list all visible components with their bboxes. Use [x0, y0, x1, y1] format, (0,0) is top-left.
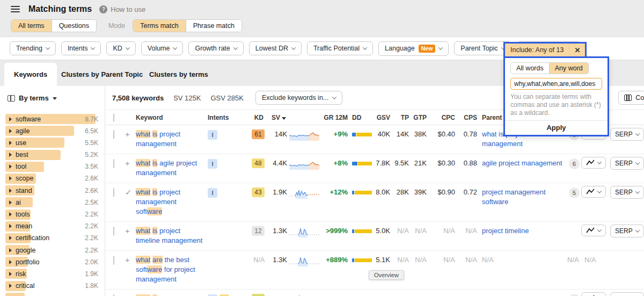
term-item[interactable]: critical1.8K [5, 281, 105, 291]
term-item[interactable]: tools2.2K [5, 210, 105, 220]
term-volume-bar [5, 293, 25, 296]
intent-badge-informational: I [208, 188, 217, 198]
col-header-cpc[interactable]: CPC [427, 110, 455, 121]
serp-button[interactable]: SERP [610, 128, 644, 141]
tab-keywords[interactable]: Keywords [4, 63, 57, 86]
filter-kd[interactable]: KD [106, 41, 135, 55]
chevron-down-icon [173, 45, 177, 49]
parent-topic-link[interactable]: project management software [482, 188, 546, 206]
added-keyword-check-icon[interactable]: ✓ [125, 187, 136, 197]
table-row: + what is project timeline management 12… [106, 222, 644, 251]
serp-button[interactable]: SERP [610, 225, 644, 237]
filter-lowest-dr[interactable]: Lowest DR [249, 41, 302, 55]
sidebar-mode-dropdown[interactable]: By terms [0, 86, 105, 110]
row-checkbox[interactable] [113, 130, 114, 139]
hamburger-menu-icon[interactable] [11, 6, 20, 12]
expand-arrow-icon [9, 153, 12, 157]
col-header-gtp[interactable]: GTP [409, 110, 427, 121]
row-checkbox[interactable] [113, 188, 114, 197]
gtp-value: 39K [409, 187, 427, 196]
scope-toggle-group: All terms Questions [11, 19, 97, 32]
col-header-dd[interactable]: DD [348, 110, 373, 121]
add-keyword-icon[interactable]: + [125, 255, 136, 264]
filter-volume[interactable]: Volume [141, 41, 184, 55]
include-terms-input[interactable] [510, 78, 602, 90]
add-keyword-icon[interactable]: + [125, 226, 136, 235]
term-item[interactable]: agile6.5K [5, 126, 105, 136]
parent-topic-link[interactable]: agile project management [482, 159, 562, 167]
col-header-kd[interactable]: KD [243, 110, 267, 121]
tab-phrase-match[interactable]: Phrase match [186, 20, 241, 32]
term-item[interactable]: mean2.2K [5, 221, 105, 232]
mode-label: Mode [108, 22, 125, 30]
add-keyword-icon[interactable]: + [125, 129, 136, 139]
term-item[interactable]: portfolio2.0K [5, 257, 105, 267]
col-header-tp[interactable]: TP [390, 110, 409, 121]
col-header-sv[interactable]: SV [267, 110, 287, 121]
kd-value-na: N/A [253, 255, 265, 264]
gsv-value: 7.8K [373, 158, 390, 167]
term-item[interactable]: tool3.5K [5, 162, 105, 172]
keyword-link[interactable]: what is project management [136, 130, 180, 148]
columns-button[interactable]: Col [618, 91, 644, 105]
row-checkbox[interactable] [113, 227, 114, 236]
keyword-link[interactable]: what is project management software [136, 188, 180, 215]
term-item[interactable]: ai2.5K [5, 197, 105, 207]
row-checkbox[interactable] [113, 159, 114, 168]
keyword-link[interactable]: what is project timeline management [136, 227, 202, 244]
include-filter-chip[interactable]: Include: Any of 13 ✕ [503, 42, 587, 58]
expand-arrow-icon [9, 260, 12, 264]
trend-chart-button[interactable] [581, 225, 606, 236]
keyword-link[interactable]: what is agile project management [136, 159, 197, 177]
select-all-checkbox[interactable] [113, 113, 114, 122]
how-to-use-link[interactable]: ? How to use [99, 5, 145, 13]
add-keyword-icon[interactable]: + [125, 158, 136, 168]
term-item[interactable]: scope2.6K [5, 174, 105, 184]
filter-traffic-potential[interactable]: Traffic Potential [307, 41, 373, 55]
term-item-partial[interactable] [5, 293, 105, 296]
filter-language[interactable]: LanguageNew [378, 41, 449, 56]
row-checkbox[interactable] [113, 256, 114, 265]
term-item[interactable]: stand2.6K [5, 185, 105, 196]
col-header-gr12m[interactable]: GR 12M [320, 110, 348, 121]
tab-clusters-by-parent-topic[interactable]: Clusters by Parent Topic [52, 63, 152, 86]
trend-chart-button[interactable] [581, 157, 606, 169]
col-header-cps[interactable]: CPS [455, 110, 477, 121]
term-item[interactable]: risk1.9K [5, 269, 105, 279]
table-row: ✓ what is the best project management so… [106, 290, 644, 296]
matching-terms-page: Matching terms ? How to use All terms Qu… [0, 0, 644, 296]
filter-parent-topic[interactable]: Parent Topic [454, 41, 511, 55]
tab-terms-match[interactable]: Terms match [133, 20, 186, 32]
trend-chart-button[interactable] [581, 186, 606, 198]
serp-button[interactable]: SERP [610, 157, 644, 170]
tab-clusters-by-terms[interactable]: Clusters by terms [140, 63, 218, 86]
trend-chart-button[interactable] [581, 292, 606, 296]
expand-arrow-icon [9, 117, 12, 121]
tab-all-words[interactable]: All words [511, 63, 549, 74]
sv-value: 1.3K [267, 226, 287, 235]
term-item[interactable]: use5.5K [5, 138, 105, 148]
exclude-keywords-dropdown[interactable]: Exclude keywords in... [255, 91, 342, 105]
term-item[interactable]: software8.7K [5, 114, 105, 124]
col-header-keyword[interactable]: Keyword [136, 110, 204, 121]
remove-filter-icon[interactable]: ✕ [569, 46, 585, 54]
chevron-down-icon [635, 131, 639, 135]
tp-value: 9.5K [390, 158, 409, 167]
filter-intents[interactable]: Intents [61, 41, 101, 55]
tab-any-word[interactable]: Any word [549, 63, 588, 74]
added-keyword-check-icon[interactable]: ✓ [125, 294, 136, 296]
tab-questions[interactable]: Questions [52, 20, 96, 32]
parent-topic-link[interactable]: project timeline [482, 227, 529, 235]
filter-growth-rate[interactable]: Growth rate [188, 41, 243, 55]
col-header-gsv[interactable]: GSV [373, 110, 390, 121]
serp-button[interactable]: SERP [610, 186, 644, 199]
keyword-link[interactable]: what are the best software for project m… [136, 256, 195, 283]
serp-button[interactable]: SERP [610, 292, 644, 296]
filter-trending[interactable]: Trending [10, 41, 56, 55]
col-header-intents[interactable]: Intents [204, 110, 243, 121]
term-item[interactable]: google2.2K [5, 245, 105, 255]
tab-all-terms[interactable]: All terms [11, 20, 52, 32]
apply-button[interactable]: Apply [505, 120, 608, 135]
term-item[interactable]: best5.2K [5, 150, 105, 160]
term-item[interactable]: certification2.2K [5, 233, 105, 243]
